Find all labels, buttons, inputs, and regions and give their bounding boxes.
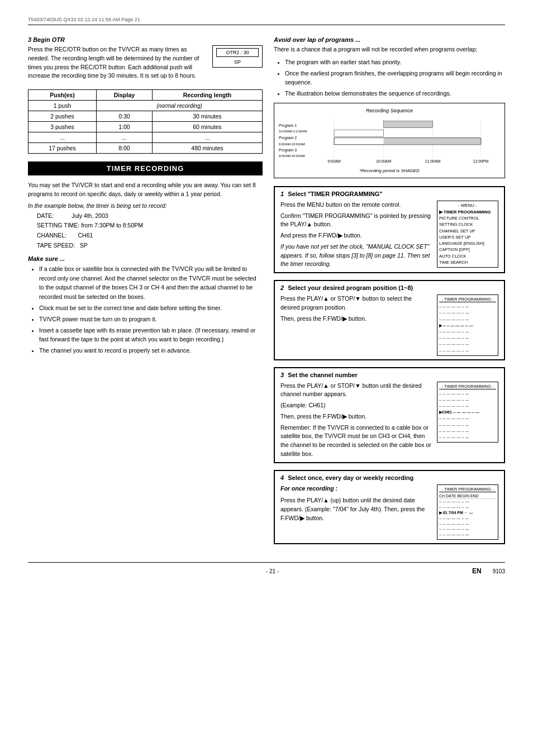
step1-text: Press the MENU button on the remote cont… (280, 201, 431, 269)
menu-item: CHANNEL SET UP (439, 228, 496, 234)
step3-body: Press the PLAY/▲ or STOP/▼ button until … (280, 382, 431, 400)
svg-text:Program 2: Program 2 (279, 136, 297, 140)
tp-rows-4: CH DATE BEGIN END -- -- --- --- --- -- -… (439, 493, 496, 538)
step1-body3: And press the F.FWD/▶ button. (280, 231, 431, 240)
tp-header-row: CH DATE BEGIN END (439, 493, 496, 500)
list-item: The channel you want to record is proper… (39, 346, 263, 355)
list-item: If a cable box or satellite box is conne… (39, 264, 263, 302)
svg-text:Program 1: Program 1 (279, 123, 297, 128)
tp-row: -- -- --- --- --- -- --- (439, 521, 496, 527)
menu-title: - MENU - (439, 203, 496, 208)
list-item: TV/VCR power must be turn on to program … (39, 315, 263, 324)
otr-col-display: Display (96, 90, 152, 101)
step4-image: - TIMER PROGRAMMING - CH DATE BEGIN END … (437, 484, 498, 540)
tp-row: -- -- --- --- --- -- --- (439, 428, 496, 434)
step1-body4: If you have not yet set the clock, "MANU… (280, 243, 431, 269)
menu-display: - MENU - ▶ TIMER PROGRAMMING PICTURE CON… (437, 201, 498, 268)
timer-recording-title: TIMER RECORDING (107, 164, 184, 173)
tp-row: -- -- --- --- --- -- --- (439, 505, 496, 510)
otr-display-17: 8:00 (96, 143, 152, 154)
svg-rect-14 (384, 121, 433, 128)
tp-rows: -- -- --- --- --- -- --- -- -- --- --- -… (439, 303, 496, 354)
tp-row: ▶ 61 7/04 PM ← --- (439, 510, 496, 516)
step2-title-text: Select your desired program position (1~… (288, 284, 413, 291)
step4-title-text: Select once, every day or weekly recordi… (288, 474, 413, 481)
step1-title-text: Select "TIMER PROGRAMMING" (288, 191, 382, 197)
step2-number: 2 (280, 284, 284, 291)
make-sure-text: Make sure ... (28, 255, 65, 262)
otr-col-length: Recording length (152, 90, 262, 101)
lang-label: EN (472, 567, 482, 575)
svg-text:11:00AM: 11:00AM (425, 159, 441, 163)
recording-seq-box: Recording Sequence Program 1 10:00AM-11:… (274, 103, 505, 178)
timer-recording-body-text: You may set the TV/VCR to start and end … (28, 182, 256, 197)
otr-normal-rec: (normal recording) (96, 101, 262, 111)
svg-text:10:00AM: 10:00AM (376, 159, 392, 163)
step2-body2: Then, press the F.FWD/▶ button. (280, 315, 431, 324)
tp-title-4: - TIMER PROGRAMMING - (439, 487, 496, 492)
tp-row: -- -- --- --- --- -- --- (439, 499, 496, 505)
for-once-label: For once recording : (280, 484, 431, 493)
svg-text:Program 3: Program 3 (279, 148, 297, 153)
tp-rows-3: -- -- --- --- --- -- --- -- -- --- --- -… (439, 391, 496, 441)
step3-title: 3 Set the channel number (280, 372, 498, 378)
tp-row: -- -- --- --- --- -- --- (439, 341, 496, 347)
otr-push-3: 3 pushes (28, 122, 97, 132)
step1-body: Press the MENU button on the remote cont… (280, 201, 431, 210)
tp-row: -- -- --- --- --- -- --- (439, 348, 496, 354)
menu-item: CAPTION [OFF] (439, 246, 496, 253)
avoid-overlap-body: There is a chance that a program will no… (274, 45, 505, 54)
begin-otr-title-text: 3 Begin OTR (28, 36, 65, 43)
step4-text: For once recording : Press the PLAY/▲ (u… (280, 484, 431, 523)
otr-display-inner: OTR2 : 30 (216, 48, 259, 57)
menu-item: USER'S SET UP (439, 234, 496, 240)
otr-display-text: OTR2 : 30 (226, 50, 249, 55)
avoid-overlap-body-text: There is a chance that a program will no… (274, 46, 477, 53)
two-col-layout: 3 Begin OTR OTR2 : 30 SP Press the REC/O… (28, 36, 505, 551)
tp-title-3: - TIMER PROGRAMMING - (439, 384, 496, 389)
tp-row: -- -- --- --- --- -- --- (439, 391, 496, 397)
menu-item: ▶ TIMER PROGRAMMING (439, 209, 496, 215)
step2-text: Press the PLAY/▲ or STOP/▼ button to sel… (280, 294, 431, 323)
tp-row: -- -- --- --- --- -- --- (439, 329, 496, 335)
step1-box: 1 Select "TIMER PROGRAMMING" Press the M… (274, 186, 505, 273)
page-number: - 21 - (266, 568, 279, 574)
step2-box: 2 Select your desired program position (… (274, 280, 505, 360)
step3-example: (Example: CH61) (280, 401, 431, 410)
step3-text: Press the PLAY/▲ or STOP/▼ button until … (280, 382, 431, 459)
header-text: T5403/7403UD.QX33 02.12.24 11:58 AM Page… (28, 17, 140, 22)
tp-row: -- -- --- --- --- -- --- (439, 310, 496, 316)
tp-row: -- -- --- --- --- -- --- (439, 316, 496, 322)
timer-prog-display-4: - TIMER PROGRAMMING - CH DATE BEGIN END … (437, 484, 498, 540)
tp-row: -- -- --- --- --- -- --- (439, 303, 496, 310)
timer-recording-header: TIMER RECORDING (28, 161, 263, 175)
seq-title: Recording Sequence (279, 108, 500, 113)
otr-length-17: 480 minutes (152, 143, 262, 154)
footer: - 21 - EN 9103 (28, 562, 505, 575)
menu-item: AUTO CLOCK (439, 253, 496, 259)
svg-rect-15 (334, 130, 384, 136)
tp-row: -- -- --- --- --- -- --- (439, 415, 496, 421)
table-row: 17 pushes 8:00 480 minutes (28, 143, 263, 154)
step4-content: For once recording : Press the PLAY/▲ (u… (280, 484, 498, 540)
otr-push-17: 17 pushes (28, 143, 97, 154)
otr-push-dots: ... (28, 132, 97, 143)
otr-length-3: 60 minutes (152, 122, 262, 132)
step3-image: - TIMER PROGRAMMING - -- -- --- --- --- … (437, 382, 498, 443)
step1-number: 1 (280, 191, 284, 197)
otr-sp: SP (216, 59, 259, 65)
step2-title: 2 Select your desired program position (… (280, 284, 498, 291)
step3-title-text: Set the channel number (288, 372, 358, 378)
table-row: 3 pushes 1:00 60 minutes (28, 122, 263, 132)
step2-image: - TIMER PROGRAMMING - -- -- --- --- --- … (437, 294, 498, 356)
step4-title: 4 Select once, every day or weekly recor… (280, 474, 498, 481)
otr-length-dots: ... (152, 132, 262, 143)
svg-text:9:00AM-10:00AM: 9:00AM-10:00AM (279, 142, 305, 146)
step3-body3: Remember: If the TV/VCR is connected to … (280, 424, 431, 459)
for-once-label-text: For once recording : (280, 485, 337, 492)
otr-display-2: 0:30 (96, 111, 152, 122)
tp-title: - TIMER PROGRAMMING - (439, 297, 496, 302)
left-column: 3 Begin OTR OTR2 : 30 SP Press the REC/O… (28, 36, 263, 551)
table-row: 1 push (normal recording) (28, 101, 263, 111)
seq-note-text: *Recording period is SHADED (359, 168, 420, 173)
